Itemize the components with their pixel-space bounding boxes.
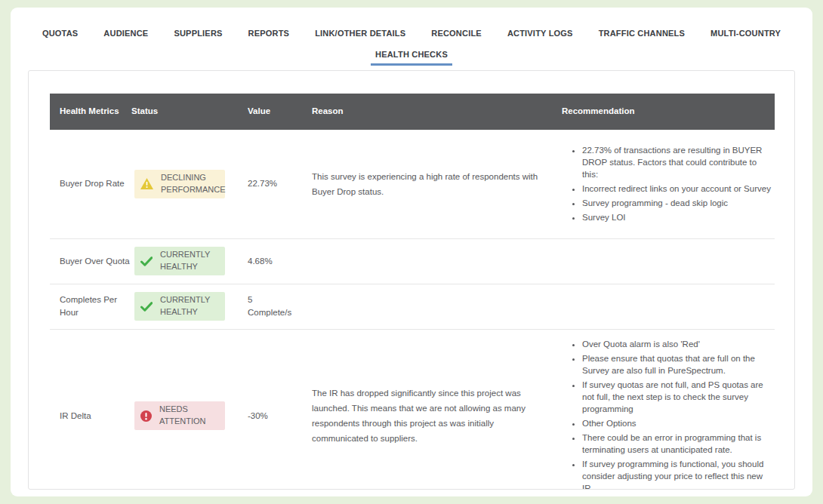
recommendation-item: Survey LOI <box>582 211 772 223</box>
recommendation-item: Incorrect redirect links on your account… <box>582 183 772 195</box>
recommendation-item: Over Quota alarm is also 'Red' <box>582 338 772 350</box>
metric-value: -30% <box>242 329 310 490</box>
column-header-health-metrics: Health Metrics <box>50 94 131 130</box>
recommendation-item: If survey programming is functional, you… <box>582 458 772 490</box>
reason-text: The IR has dropped significantly since t… <box>310 329 561 490</box>
recommendation-list: 22.73% of transactions are resulting in … <box>561 144 772 223</box>
status-label: CURRENTLY HEALTHY <box>160 249 225 273</box>
tab-reconcile[interactable]: RECONCILE <box>431 29 482 38</box>
check-icon <box>140 257 153 266</box>
status-badge: CURRENTLY HEALTHY <box>134 292 225 321</box>
column-header-recommendation: Recommendation <box>561 94 775 130</box>
status-badge: NEEDS ATTENTION <box>134 401 225 430</box>
column-header-status: Status <box>131 94 242 130</box>
table-header-row: Health Metrics Status Value Reason Recom… <box>50 94 775 130</box>
metric-value: 22.73% <box>242 130 310 238</box>
health-checks-panel: Health Metrics Status Value Reason Recom… <box>28 70 795 490</box>
reason-text: This survey is experiencing a high rate … <box>310 130 561 238</box>
metric-name: IR Delta <box>50 329 131 490</box>
tab-bar: QUOTAS AUDIENCE SUPPLIERS REPORTS LINK/O… <box>11 8 812 38</box>
health-metrics-table: Health Metrics Status Value Reason Recom… <box>50 94 775 490</box>
table-row: IR Delta NEEDS ATTENTION -30% The IR has… <box>50 329 775 490</box>
table-row: Buyer Over Quota CURRENTLY HEALTHY 4.68% <box>50 238 775 284</box>
recommendation-item: Survey programming - dead skip logic <box>582 197 772 209</box>
recommendation-list: Over Quota alarm is also 'Red'Please ens… <box>561 338 772 490</box>
table-row: Completes Per Hour CURRENTLY HEALTHY 5 C… <box>50 284 775 329</box>
metric-name: Completes Per Hour <box>50 284 131 329</box>
status-badge: CURRENTLY HEALTHY <box>134 247 225 275</box>
health-checks-page: { "colors": { "page_bg": "#e6f0dc", "tab… <box>0 0 823 504</box>
recommendation-item: Please ensure that quotas that are full … <box>582 352 772 376</box>
tab-quotas[interactable]: QUOTAS <box>42 29 78 38</box>
metric-name: Buyer Drop Rate <box>50 130 131 238</box>
reason-text <box>310 238 561 284</box>
tab-link-other-details[interactable]: LINK/OTHER DETAILS <box>315 29 405 38</box>
table-row: Buyer Drop Rate DECLINING PERFORMANCE 22… <box>50 130 775 238</box>
warning-icon <box>140 178 153 189</box>
status-label: DECLINING PERFORMANCE <box>161 172 226 196</box>
metric-value: 4.68% <box>242 238 310 284</box>
tab-audience[interactable]: AUDIENCE <box>103 29 148 38</box>
column-header-value: Value <box>242 94 310 130</box>
tab-bar-row2: HEALTH CHECKS <box>11 50 812 66</box>
status-badge: DECLINING PERFORMANCE <box>134 170 225 198</box>
tab-activity-logs[interactable]: ACTIVITY LOGS <box>507 29 573 38</box>
alert-icon <box>140 410 152 422</box>
tab-suppliers[interactable]: SUPPLIERS <box>174 29 222 38</box>
reason-text <box>310 284 561 329</box>
tab-health-checks[interactable]: HEALTH CHECKS <box>371 50 452 66</box>
recommendation-item: 22.73% of transactions are resulting in … <box>582 144 772 180</box>
metric-value: 5 Complete/s <box>242 284 310 329</box>
recommendation-item: If survey quotas are not full, and PS qu… <box>582 379 772 415</box>
metric-name: Buyer Over Quota <box>50 238 131 284</box>
column-header-reason: Reason <box>310 94 561 130</box>
tab-traffic-channels[interactable]: TRAFFIC CHANNELS <box>599 29 685 38</box>
tab-reports[interactable]: REPORTS <box>248 29 290 38</box>
recommendation-item: There could be an error in programming t… <box>582 432 772 456</box>
status-label: NEEDS ATTENTION <box>159 404 225 428</box>
status-label: CURRENTLY HEALTHY <box>160 294 225 318</box>
window-card: QUOTAS AUDIENCE SUPPLIERS REPORTS LINK/O… <box>11 8 812 496</box>
check-icon <box>140 302 153 312</box>
tab-multi-country[interactable]: MULTI-COUNTRY <box>710 29 781 38</box>
recommendation-item: Other Options <box>582 417 772 429</box>
